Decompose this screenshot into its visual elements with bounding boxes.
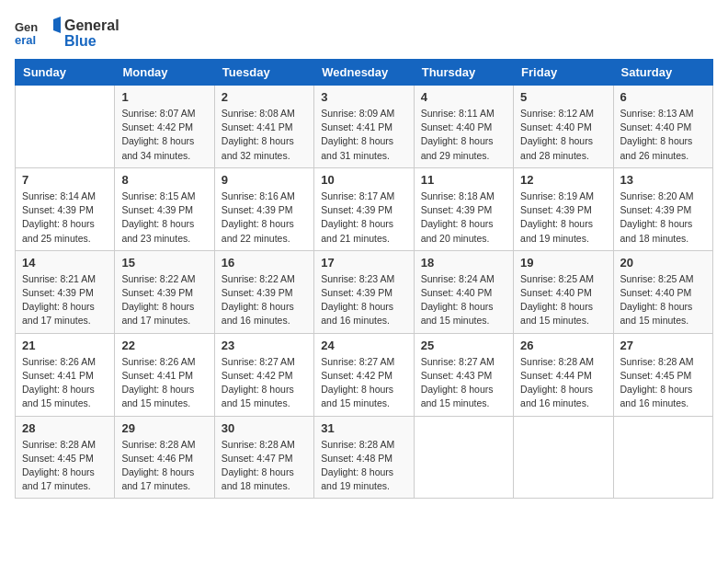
day-info: Sunrise: 8:22 AMSunset: 4:39 PMDaylight:… — [222, 272, 307, 328]
calendar-cell: 11Sunrise: 8:18 AMSunset: 4:39 PMDayligh… — [414, 167, 513, 250]
calendar-cell: 19Sunrise: 8:25 AMSunset: 4:40 PMDayligh… — [514, 250, 613, 333]
svg-text:Gen: Gen — [15, 20, 38, 34]
day-number: 24 — [321, 339, 406, 352]
day-number: 12 — [520, 173, 606, 187]
day-number: 31 — [321, 421, 406, 435]
calendar-cell: 23Sunrise: 8:27 AMSunset: 4:42 PMDayligh… — [214, 333, 313, 416]
day-number: 25 — [421, 339, 506, 352]
calendar-cell: 5Sunrise: 8:12 AMSunset: 4:40 PMDaylight… — [514, 86, 613, 168]
calendar-cell: 3Sunrise: 8:09 AMSunset: 4:41 PMDaylight… — [314, 86, 414, 168]
calendar-cell: 6Sunrise: 8:13 AMSunset: 4:40 PMDaylight… — [613, 86, 712, 168]
day-info: Sunrise: 8:18 AMSunset: 4:39 PMDaylight:… — [421, 190, 506, 246]
day-info: Sunrise: 8:14 AMSunset: 4:39 PMDaylight:… — [22, 190, 108, 246]
calendar-cell: 7Sunrise: 8:14 AMSunset: 4:39 PMDaylight… — [16, 167, 115, 250]
calendar-cell: 31Sunrise: 8:28 AMSunset: 4:48 PMDayligh… — [314, 416, 414, 499]
calendar-cell: 24Sunrise: 8:27 AMSunset: 4:42 PMDayligh… — [314, 333, 414, 416]
calendar-cell — [16, 86, 115, 168]
column-header-sunday: Sunday — [16, 60, 115, 86]
day-number: 6 — [620, 90, 706, 104]
logo-general: General — [64, 17, 119, 34]
calendar-cell: 12Sunrise: 8:19 AMSunset: 4:39 PMDayligh… — [514, 167, 613, 250]
page-header: Gen eral General Blue — [15, 15, 713, 52]
calendar-cell: 16Sunrise: 8:22 AMSunset: 4:39 PMDayligh… — [214, 250, 313, 333]
calendar-cell: 21Sunrise: 8:26 AMSunset: 4:41 PMDayligh… — [16, 333, 115, 416]
day-info: Sunrise: 8:07 AMSunset: 4:42 PMDaylight:… — [121, 107, 207, 163]
day-info: Sunrise: 8:24 AMSunset: 4:40 PMDaylight:… — [421, 272, 506, 328]
calendar-cell: 17Sunrise: 8:23 AMSunset: 4:39 PMDayligh… — [314, 250, 414, 333]
day-number: 9 — [222, 173, 307, 187]
day-info: Sunrise: 8:12 AMSunset: 4:40 PMDaylight:… — [520, 107, 606, 163]
svg-marker-2 — [53, 17, 61, 33]
day-info: Sunrise: 8:26 AMSunset: 4:41 PMDaylight:… — [121, 355, 207, 411]
calendar-cell: 30Sunrise: 8:28 AMSunset: 4:47 PMDayligh… — [214, 416, 313, 499]
calendar-cell: 4Sunrise: 8:11 AMSunset: 4:40 PMDaylight… — [414, 86, 513, 168]
calendar-cell — [613, 416, 712, 499]
day-number: 13 — [620, 173, 706, 187]
day-number: 17 — [321, 256, 406, 270]
day-info: Sunrise: 8:23 AMSunset: 4:39 PMDaylight:… — [321, 272, 406, 328]
day-info: Sunrise: 8:17 AMSunset: 4:39 PMDaylight:… — [321, 190, 406, 246]
calendar-cell: 14Sunrise: 8:21 AMSunset: 4:39 PMDayligh… — [16, 250, 115, 333]
calendar-cell: 2Sunrise: 8:08 AMSunset: 4:41 PMDaylight… — [214, 86, 313, 168]
calendar-cell: 29Sunrise: 8:28 AMSunset: 4:46 PMDayligh… — [115, 416, 214, 499]
day-number: 23 — [222, 339, 307, 352]
day-number: 21 — [22, 339, 108, 352]
calendar-cell: 27Sunrise: 8:28 AMSunset: 4:45 PMDayligh… — [613, 333, 712, 416]
calendar-cell: 26Sunrise: 8:28 AMSunset: 4:44 PMDayligh… — [514, 333, 613, 416]
day-number: 1 — [121, 90, 207, 104]
day-number: 26 — [520, 339, 606, 352]
day-info: Sunrise: 8:28 AMSunset: 4:48 PMDaylight:… — [321, 438, 406, 494]
day-info: Sunrise: 8:22 AMSunset: 4:39 PMDaylight:… — [121, 272, 207, 328]
day-info: Sunrise: 8:27 AMSunset: 4:43 PMDaylight:… — [421, 355, 506, 411]
svg-text:eral: eral — [15, 33, 36, 47]
calendar-cell: 13Sunrise: 8:20 AMSunset: 4:39 PMDayligh… — [613, 167, 712, 250]
logo: Gen eral General Blue — [15, 15, 119, 52]
day-info: Sunrise: 8:26 AMSunset: 4:41 PMDaylight:… — [22, 355, 108, 411]
day-info: Sunrise: 8:15 AMSunset: 4:39 PMDaylight:… — [121, 190, 207, 246]
column-header-saturday: Saturday — [613, 60, 712, 86]
day-number: 28 — [22, 421, 108, 435]
day-info: Sunrise: 8:28 AMSunset: 4:45 PMDaylight:… — [22, 438, 108, 494]
column-header-monday: Monday — [115, 60, 214, 86]
day-info: Sunrise: 8:08 AMSunset: 4:41 PMDaylight:… — [222, 107, 307, 163]
calendar-table: SundayMondayTuesdayWednesdayThursdayFrid… — [15, 59, 713, 499]
day-info: Sunrise: 8:20 AMSunset: 4:39 PMDaylight:… — [620, 190, 706, 246]
day-info: Sunrise: 8:19 AMSunset: 4:39 PMDaylight:… — [520, 190, 606, 246]
calendar-cell — [414, 416, 513, 499]
day-number: 15 — [121, 256, 207, 270]
day-number: 10 — [321, 173, 406, 187]
calendar-cell: 15Sunrise: 8:22 AMSunset: 4:39 PMDayligh… — [115, 250, 214, 333]
day-number: 4 — [421, 90, 506, 104]
day-number: 11 — [421, 173, 506, 187]
day-info: Sunrise: 8:28 AMSunset: 4:45 PMDaylight:… — [620, 355, 706, 411]
calendar-cell: 25Sunrise: 8:27 AMSunset: 4:43 PMDayligh… — [414, 333, 513, 416]
calendar-cell: 1Sunrise: 8:07 AMSunset: 4:42 PMDaylight… — [115, 86, 214, 168]
calendar-cell: 18Sunrise: 8:24 AMSunset: 4:40 PMDayligh… — [414, 250, 513, 333]
day-info: Sunrise: 8:25 AMSunset: 4:40 PMDaylight:… — [620, 272, 706, 328]
day-number: 5 — [520, 90, 606, 104]
day-info: Sunrise: 8:13 AMSunset: 4:40 PMDaylight:… — [620, 107, 706, 163]
calendar-cell: 22Sunrise: 8:26 AMSunset: 4:41 PMDayligh… — [115, 333, 214, 416]
day-info: Sunrise: 8:28 AMSunset: 4:44 PMDaylight:… — [520, 355, 606, 411]
day-info: Sunrise: 8:27 AMSunset: 4:42 PMDaylight:… — [222, 355, 307, 411]
day-info: Sunrise: 8:11 AMSunset: 4:40 PMDaylight:… — [421, 107, 506, 163]
calendar-cell: 20Sunrise: 8:25 AMSunset: 4:40 PMDayligh… — [613, 250, 712, 333]
column-header-friday: Friday — [514, 60, 613, 86]
day-info: Sunrise: 8:25 AMSunset: 4:40 PMDaylight:… — [520, 272, 606, 328]
day-number: 20 — [620, 256, 706, 270]
calendar-cell — [514, 416, 613, 499]
day-number: 19 — [520, 256, 606, 270]
day-number: 2 — [222, 90, 307, 104]
day-info: Sunrise: 8:09 AMSunset: 4:41 PMDaylight:… — [321, 107, 406, 163]
column-header-wednesday: Wednesday — [314, 60, 414, 86]
day-info: Sunrise: 8:28 AMSunset: 4:46 PMDaylight:… — [121, 438, 207, 494]
day-info: Sunrise: 8:16 AMSunset: 4:39 PMDaylight:… — [222, 190, 307, 246]
day-number: 29 — [121, 421, 207, 435]
day-number: 7 — [22, 173, 108, 187]
day-info: Sunrise: 8:27 AMSunset: 4:42 PMDaylight:… — [321, 355, 406, 411]
calendar-cell: 8Sunrise: 8:15 AMSunset: 4:39 PMDaylight… — [115, 167, 214, 250]
logo-svg: Gen eral — [15, 15, 61, 52]
day-number: 30 — [222, 421, 307, 435]
day-number: 3 — [321, 90, 406, 104]
column-header-thursday: Thursday — [414, 60, 513, 86]
